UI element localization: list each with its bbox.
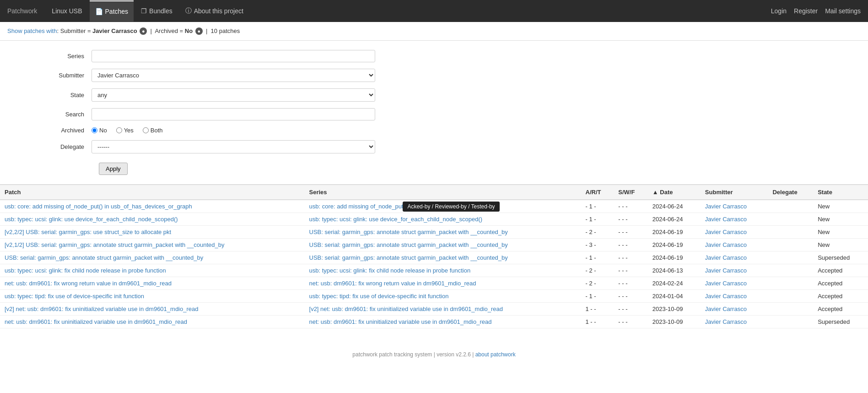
cell-patch: USB: serial: garmin_gps: annotate struct… — [0, 251, 305, 264]
patch-link[interactable]: usb: typec: tipd: fix use of device-spec… — [5, 293, 144, 300]
series-link[interactable]: usb: typec: ucsi: glink: fix child node … — [309, 267, 471, 274]
nav-link-patches[interactable]: 📄 Patches — [90, 0, 134, 22]
submitter-link[interactable]: Javier Carrasco — [705, 216, 747, 223]
cell-state: Accepted — [813, 290, 868, 303]
cell-delegate — [768, 303, 813, 316]
submitter-link[interactable]: Javier Carrasco — [705, 241, 747, 248]
archived-no-label[interactable]: No — [92, 127, 107, 134]
cell-swf: - - - — [614, 290, 648, 303]
submitter-link[interactable]: Javier Carrasco — [705, 254, 747, 261]
cell-swf: - - - — [614, 277, 648, 290]
state-select[interactable]: any New Under Review Accepted Rejected R… — [92, 88, 375, 102]
patch-link[interactable]: net: usb: dm9601: fix uninitialized vari… — [5, 318, 187, 325]
archived-both-label[interactable]: Both — [143, 127, 163, 134]
cell-swf: - - - — [614, 200, 648, 213]
table-row: usb: core: add missing of_node_put() in … — [0, 200, 868, 213]
nav-brand[interactable]: Patchwork — [7, 7, 37, 15]
series-link[interactable]: USB: serial: garmin_gps: annotate struct… — [309, 229, 508, 235]
patch-link[interactable]: usb: core: add missing of_node_put() in … — [5, 203, 192, 210]
cell-patch: net: usb: dm9601: fix wrong return value… — [0, 277, 305, 290]
cell-art: - 1 - — [581, 251, 614, 264]
archived-no-radio[interactable] — [92, 127, 97, 133]
state-label: State — [37, 92, 92, 98]
filter-bar: Show patches with: Submitter = Javier Ca… — [0, 22, 868, 41]
navbar: Patchwork Linux USB 📄 Patches ❐ Bundles … — [0, 0, 868, 22]
submitter-link[interactable]: Javier Carrasco — [705, 280, 747, 287]
series-link[interactable]: USB: serial: garmin_gps: annotate struct… — [309, 254, 508, 261]
nav-link-linux-usb[interactable]: Linux USB — [46, 1, 87, 21]
filter-submitter-remove[interactable]: ● — [140, 27, 147, 35]
submitter-link[interactable]: Javier Carrasco — [705, 203, 747, 210]
cell-art: 1 - - — [581, 303, 614, 316]
cell-patch: usb: core: add missing of_node_put() in … — [0, 200, 305, 213]
cell-swf: - - - — [614, 213, 648, 226]
filter-submitter-value: Javier Carrasco — [92, 27, 137, 34]
search-input[interactable] — [92, 108, 375, 120]
cell-submitter: Javier Carrasco — [701, 200, 768, 213]
patch-link[interactable]: usb: typec: ucsi: glink: fix child node … — [5, 267, 166, 274]
cell-date: 2023-10-09 — [648, 316, 701, 328]
patch-link[interactable]: [v2,2/2] USB: serial: garmin_gps: use st… — [5, 229, 171, 235]
col-series[interactable]: Series — [305, 185, 581, 200]
cell-series: net: usb: dm9601: fix wrong return value… — [305, 277, 581, 290]
series-link[interactable]: net: usb: dm9601: fix wrong return value… — [309, 280, 476, 287]
cell-state: Accepted — [813, 277, 868, 290]
submitter-select[interactable]: Javier Carrasco — [92, 69, 375, 82]
patch-link[interactable]: net: usb: dm9601: fix wrong return value… — [5, 280, 172, 287]
about-patchwork-link[interactable]: about patchwork — [475, 351, 516, 358]
col-art[interactable]: A/R/T — [581, 185, 614, 200]
col-swf[interactable]: S/W/F — [614, 185, 648, 200]
nav-link-bundles[interactable]: ❐ Bundles — [135, 1, 178, 21]
patch-link[interactable]: usb: typec: ucsi: glink: use device_for_… — [5, 216, 178, 223]
footer-text: patchwork patch tracking system | versio… — [352, 351, 515, 358]
mail-settings-link[interactable]: Mail settings — [825, 7, 861, 15]
series-link[interactable]: USB: serial: garmin_gps: annotate struct… — [309, 241, 508, 248]
table-header-row: Patch Series A/R/T S/W/F ▲ Date Submitte… — [0, 185, 868, 200]
footer: patchwork patch tracking system | versio… — [0, 342, 868, 367]
patch-link[interactable]: [v2,1/2] USB: serial: garmin_gps: annota… — [5, 241, 225, 248]
cell-series: [v2] net: usb: dm9601: fix uninitialized… — [305, 303, 581, 316]
submitter-link[interactable]: Javier Carrasco — [705, 293, 747, 300]
show-patches-link[interactable]: Show patches with — [7, 27, 57, 34]
col-submitter[interactable]: Submitter — [701, 185, 768, 200]
series-link[interactable]: usb: typec: tipd: fix use of device-spec… — [309, 293, 449, 300]
login-link[interactable]: Login — [771, 7, 787, 15]
series-input[interactable] — [92, 50, 375, 62]
col-state[interactable]: State — [813, 185, 868, 200]
series-link[interactable]: usb: typec: ucsi: glink: use device_for_… — [309, 216, 483, 223]
cell-series: net: usb: dm9601: fix uninitialized vari… — [305, 316, 581, 328]
cell-patch: usb: typec: ucsi: glink: fix child node … — [0, 264, 305, 277]
cell-art: - 1 - — [581, 213, 614, 226]
cell-submitter: Javier Carrasco — [701, 264, 768, 277]
cell-date: 2024-06-13 — [648, 264, 701, 277]
archived-yes-radio[interactable] — [116, 127, 122, 133]
col-patch[interactable]: Patch — [0, 185, 305, 200]
submitter-link[interactable]: Javier Carrasco — [705, 306, 747, 312]
patch-link[interactable]: USB: serial: garmin_gps: annotate struct… — [5, 254, 203, 261]
cell-state: New — [813, 213, 868, 226]
register-link[interactable]: Register — [794, 7, 818, 15]
cell-delegate — [768, 277, 813, 290]
submitter-link[interactable]: Javier Carrasco — [705, 267, 747, 274]
series-link[interactable]: net: usb: dm9601: fix uninitialized vari… — [309, 318, 492, 325]
series-link[interactable]: usb: core: add missing of_node_put() in … — [309, 203, 497, 210]
archived-yes-label[interactable]: Yes — [116, 127, 134, 134]
cell-art: - 3 - — [581, 239, 614, 251]
nav-link-about[interactable]: ⓘ About this project — [180, 0, 249, 22]
filter-archived-remove[interactable]: ● — [195, 27, 203, 35]
col-date[interactable]: ▲ Date — [648, 185, 701, 200]
patch-link[interactable]: [v2] net: usb: dm9601: fix uninitialized… — [5, 306, 198, 312]
cell-delegate — [768, 290, 813, 303]
series-link[interactable]: [v2] net: usb: dm9601: fix uninitialized… — [309, 306, 503, 312]
cell-submitter: Javier Carrasco — [701, 303, 768, 316]
apply-button[interactable]: Apply — [99, 163, 128, 175]
cell-delegate — [768, 251, 813, 264]
cell-series: USB: serial: garmin_gps: annotate struct… — [305, 239, 581, 251]
submitter-link[interactable]: Javier Carrasco — [705, 229, 747, 235]
file-icon: 📄 — [95, 8, 103, 15]
submitter-link[interactable]: Javier Carrasco — [705, 318, 747, 325]
delegate-select[interactable]: ------ — [92, 140, 375, 153]
col-delegate[interactable]: Delegate — [768, 185, 813, 200]
table-row: net: usb: dm9601: fix wrong return value… — [0, 277, 868, 290]
archived-both-radio[interactable] — [143, 127, 149, 133]
